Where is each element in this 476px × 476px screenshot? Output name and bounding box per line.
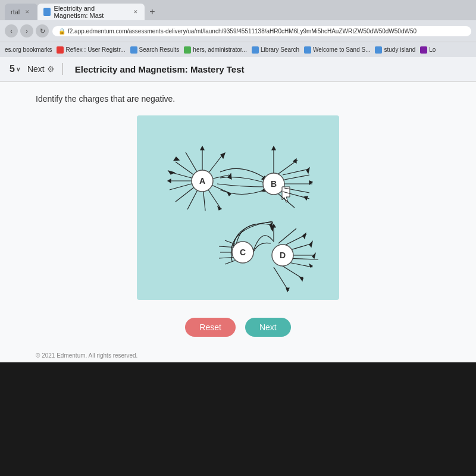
bookmark-library[interactable]: Library Search bbox=[252, 46, 299, 54]
svg-line-40 bbox=[274, 267, 289, 291]
diagram-container[interactable]: A B bbox=[137, 115, 339, 300]
tab-inactive[interactable]: rtal ✕ bbox=[5, 4, 37, 20]
tab-favicon bbox=[43, 8, 50, 16]
question-number: 5 ∨ bbox=[10, 64, 20, 74]
bookmark-admin[interactable]: hers, administrator... bbox=[184, 46, 247, 54]
lock-icon: 🔒 bbox=[58, 28, 65, 35]
question-text: Identify the charges that are negative. bbox=[36, 94, 175, 104]
bookmark-icon bbox=[252, 46, 259, 54]
nav-buttons: ‹ › ↻ bbox=[5, 24, 49, 37]
bookmark-icon bbox=[375, 46, 382, 54]
app-toolbar: 5 ∨ Next ⚙ Electricity and Magnetism: Ma… bbox=[0, 57, 476, 82]
bookmark-icon bbox=[304, 46, 311, 54]
svg-marker-19 bbox=[168, 171, 174, 174]
divider bbox=[62, 63, 63, 75]
svg-marker-13 bbox=[201, 146, 204, 150]
svg-marker-50 bbox=[303, 233, 306, 239]
bookmark-icon bbox=[184, 46, 191, 54]
charge-d-label: D bbox=[280, 250, 286, 260]
charge-a-label: A bbox=[199, 176, 205, 186]
bookmark-studyisland[interactable]: study island bbox=[375, 46, 415, 54]
close-tab-icon[interactable]: ✕ bbox=[23, 8, 32, 16]
bookmark-label: Reflex : User Registr... bbox=[65, 46, 125, 53]
chevron-down-icon[interactable]: ∨ bbox=[16, 66, 20, 73]
back-button[interactable]: ‹ bbox=[5, 24, 18, 37]
svg-marker-49 bbox=[286, 288, 289, 292]
svg-marker-15 bbox=[228, 174, 231, 179]
url-text: f2.app.edmentum.com/assessments-delivery… bbox=[68, 28, 416, 35]
question-num-value: 5 bbox=[10, 64, 15, 74]
svg-marker-48 bbox=[300, 277, 303, 281]
charge-b-label: B bbox=[271, 179, 277, 189]
next-button[interactable]: Next bbox=[245, 318, 291, 337]
bookmark-label: study island bbox=[384, 46, 415, 53]
bookmark-welcome[interactable]: Welcome to Sand S... bbox=[304, 46, 371, 54]
address-bar: ‹ › ↻ 🔒 f2.app.edmentum.com/assessments-… bbox=[0, 20, 476, 42]
svg-marker-18 bbox=[174, 157, 179, 161]
svg-marker-20 bbox=[168, 179, 171, 183]
toolbar-title: Electricity and Magnetism: Mastery Test bbox=[75, 64, 245, 74]
url-bar[interactable]: 🔒 f2.app.edmentum.com/assessments-delive… bbox=[52, 26, 471, 36]
svg-marker-35 bbox=[272, 146, 275, 150]
bookmark-item[interactable]: es.org bookmarks bbox=[5, 46, 52, 53]
bookmark-reflex[interactable]: Reflex : User Registr... bbox=[57, 46, 125, 54]
svg-marker-45 bbox=[309, 242, 312, 247]
svg-marker-46 bbox=[312, 253, 315, 258]
bookmark-label: Library Search bbox=[261, 46, 299, 53]
copyright-text: © 2021 Edmentum. All rights reserved. bbox=[36, 352, 137, 359]
bookmark-icon bbox=[420, 46, 427, 54]
bookmark-lo[interactable]: Lo bbox=[420, 46, 436, 54]
bookmark-icon bbox=[130, 46, 137, 54]
reload-button[interactable]: ↻ bbox=[36, 24, 49, 37]
svg-line-29 bbox=[284, 175, 309, 180]
dark-surround bbox=[0, 362, 476, 476]
bookmarks-bar: es.org bookmarks Reflex : User Registr..… bbox=[0, 42, 476, 57]
bookmark-search[interactable]: Search Results bbox=[130, 46, 180, 54]
diagram-svg: A B bbox=[137, 115, 339, 300]
tab-label: Electricity and Magnetism: Mast bbox=[54, 5, 129, 19]
bookmark-label: Search Results bbox=[139, 46, 180, 53]
svg-line-39 bbox=[280, 264, 303, 279]
footer: © 2021 Edmentum. All rights reserved. bbox=[0, 349, 476, 362]
browser-chrome: rtal ✕ Electricity and Magnetism: Mast ✕… bbox=[0, 0, 476, 57]
bookmark-label: Welcome to Sand S... bbox=[313, 46, 371, 53]
next-button-toolbar[interactable]: Next ⚙ bbox=[27, 64, 55, 74]
svg-marker-32 bbox=[306, 168, 309, 173]
new-tab-button[interactable]: + bbox=[145, 4, 159, 20]
bookmark-label: hers, administrator... bbox=[193, 46, 247, 53]
action-buttons: Reset Next bbox=[185, 318, 290, 337]
next-label: Next bbox=[27, 64, 45, 74]
main-content: Identify the charges that are negative. bbox=[0, 82, 476, 349]
tab-active[interactable]: Electricity and Magnetism: Mast ✕ bbox=[37, 4, 145, 20]
charge-c-label: C bbox=[240, 248, 246, 257]
reset-button[interactable]: Reset bbox=[185, 318, 236, 337]
forward-button[interactable]: › bbox=[20, 24, 33, 37]
bookmark-label: es.org bookmarks bbox=[5, 46, 52, 53]
close-tab-icon[interactable]: ✕ bbox=[132, 8, 139, 16]
svg-marker-14 bbox=[221, 153, 225, 158]
tab-label: rtal bbox=[11, 8, 20, 15]
bookmark-icon bbox=[57, 46, 64, 54]
tab-bar: rtal ✕ Electricity and Magnetism: Mast ✕… bbox=[0, 0, 476, 20]
bookmark-label: Lo bbox=[429, 46, 436, 53]
svg-marker-33 bbox=[304, 196, 308, 200]
svg-line-24 bbox=[283, 169, 309, 175]
settings-icon[interactable]: ⚙ bbox=[47, 64, 55, 74]
